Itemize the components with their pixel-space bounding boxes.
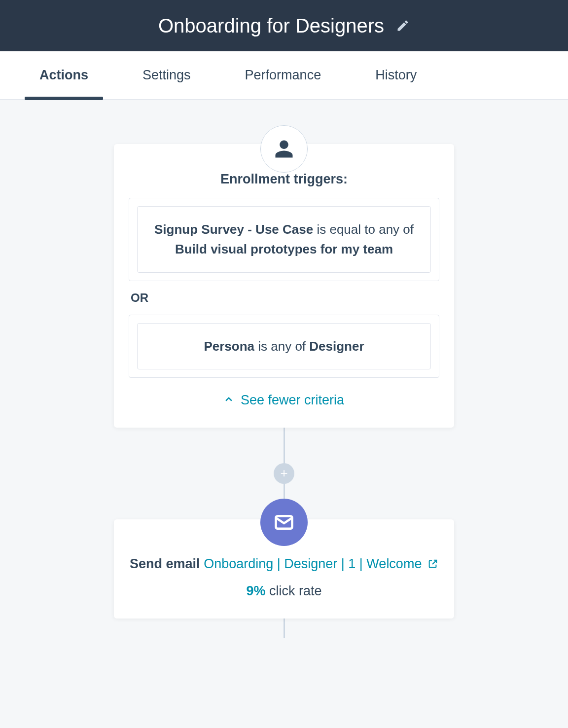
toggle-criteria-link[interactable]: See fewer criteria bbox=[129, 393, 439, 408]
chevron-up-icon bbox=[224, 393, 234, 408]
workflow-title: Onboarding for Designers bbox=[158, 15, 384, 37]
toggle-criteria-label: See fewer criteria bbox=[241, 393, 344, 408]
connector-line bbox=[284, 619, 285, 638]
plus-icon: + bbox=[280, 466, 287, 481]
action-description: Send email Onboarding | Designer | 1 | W… bbox=[129, 554, 439, 575]
person-icon bbox=[260, 125, 308, 173]
pencil-icon[interactable] bbox=[396, 19, 410, 33]
click-rate-stat: 9% click rate bbox=[129, 583, 439, 599]
tab-actions[interactable]: Actions bbox=[39, 51, 88, 100]
connector-line bbox=[284, 428, 285, 464]
trigger-heading: Enrollment triggers: bbox=[129, 172, 439, 187]
send-email-card[interactable]: Send email Onboarding | Designer | 1 | W… bbox=[114, 519, 454, 619]
tab-history[interactable]: History bbox=[375, 51, 417, 100]
tab-performance[interactable]: Performance bbox=[245, 51, 321, 100]
criteria-group-1[interactable]: Signup Survey - Use Case is equal to any… bbox=[129, 198, 439, 281]
page-header: Onboarding for Designers bbox=[0, 0, 568, 51]
criteria-1: Signup Survey - Use Case is equal to any… bbox=[137, 206, 431, 273]
tab-settings[interactable]: Settings bbox=[142, 51, 191, 100]
email-icon bbox=[260, 499, 308, 546]
email-link[interactable]: Onboarding | Designer | 1 | Welcome bbox=[204, 556, 422, 571]
workflow-canvas: Enrollment triggers: Signup Survey - Use… bbox=[0, 100, 568, 638]
criteria-2: Persona is any of Designer bbox=[137, 323, 431, 369]
add-step-button[interactable]: + bbox=[274, 463, 294, 484]
enrollment-trigger-card[interactable]: Enrollment triggers: Signup Survey - Use… bbox=[114, 144, 454, 428]
criteria-group-2[interactable]: Persona is any of Designer bbox=[129, 315, 439, 378]
tab-bar: Actions Settings Performance History bbox=[0, 51, 568, 100]
external-link-icon[interactable] bbox=[427, 555, 438, 575]
or-separator: OR bbox=[129, 291, 439, 305]
